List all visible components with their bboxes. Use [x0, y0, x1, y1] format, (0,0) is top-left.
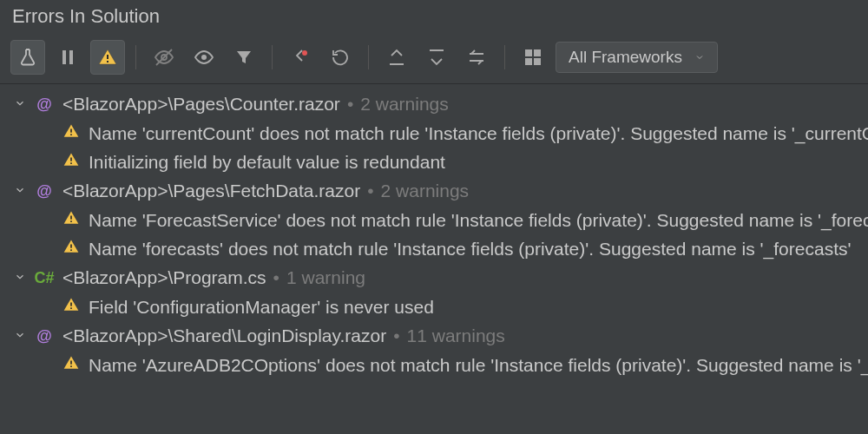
chevron-down-icon [694, 52, 705, 62]
file-path: <BlazorApp>\Program.cs [62, 267, 266, 288]
issue-row[interactable]: Name 'AzureADB2COptions' does not match … [5, 351, 868, 379]
file-path: <BlazorApp>\Shared\LoginDisplay.razor [62, 326, 386, 346]
file-row[interactable]: @ <BlazorApp>\Pages\FetchData.razor • 2 … [5, 176, 868, 206]
file-path: <BlazorApp>\Pages\Counter.razor [62, 94, 340, 115]
show-preview-button[interactable] [187, 40, 221, 75]
filter-icon [233, 47, 254, 68]
refresh-icon [330, 47, 351, 68]
file-row[interactable]: @ <BlazorApp>\Pages\Counter.razor • 2 wa… [5, 89, 868, 119]
warning-icon [97, 47, 118, 68]
warning-icon [62, 354, 80, 376]
file-summary: 1 warning [286, 267, 365, 288]
chevron-down-icon [14, 95, 26, 114]
issue-row[interactable]: Field 'ConfigurationManager' is never us… [5, 293, 868, 321]
issue-tree: @ <BlazorApp>\Pages\Counter.razor • 2 wa… [0, 84, 868, 379]
bullet: • [347, 94, 353, 115]
language-badge: @ [33, 95, 56, 114]
svg-rect-1 [69, 50, 73, 64]
pause-button[interactable] [50, 40, 85, 75]
svg-point-6 [201, 55, 207, 60]
svg-rect-0 [62, 50, 66, 64]
pause-icon [57, 47, 78, 68]
chevron-down-icon [14, 181, 26, 201]
issue-row[interactable]: Initializing field by default value is r… [5, 148, 868, 176]
language-badge: @ [33, 182, 56, 201]
svg-rect-23 [70, 365, 72, 367]
panel-title: Errors In Solution [0, 0, 868, 36]
collapse-button[interactable] [459, 40, 494, 75]
refresh-button[interactable] [323, 40, 358, 75]
collapse-all-icon [426, 47, 447, 68]
reanalyze-button[interactable] [10, 40, 45, 75]
issue-text: Name 'currentCount' does not match rule … [89, 123, 868, 144]
expand-all-icon [386, 47, 407, 68]
bullet: • [393, 326, 399, 346]
toolbar: All Frameworks [0, 36, 868, 84]
svg-point-7 [302, 50, 307, 56]
issue-row[interactable]: Name 'currentCount' does not match rule … [5, 119, 868, 148]
filter-button[interactable] [227, 40, 261, 75]
svg-rect-12 [70, 129, 72, 133]
separator [368, 45, 369, 69]
expand-all-button[interactable] [379, 40, 414, 75]
issue-text: Name 'forecasts' does not match rule 'In… [89, 239, 851, 260]
svg-rect-19 [70, 249, 72, 251]
svg-rect-22 [70, 361, 72, 365]
svg-rect-10 [525, 58, 532, 65]
previous-error-button[interactable] [283, 40, 318, 75]
issue-text: Name 'ForecastService' does not match ru… [89, 210, 868, 231]
chevron-down-icon [14, 326, 26, 345]
file-row[interactable]: @ <BlazorApp>\Shared\LoginDisplay.razor … [5, 321, 868, 351]
hide-ignored-button[interactable] [147, 40, 181, 75]
warning-icon [62, 122, 80, 144]
collapse-all-button[interactable] [419, 40, 454, 75]
language-badge: @ [33, 327, 56, 345]
warning-icon [62, 209, 80, 231]
warning-icon [62, 151, 80, 173]
file-row[interactable]: C# <BlazorApp>\Program.cs • 1 warning [5, 263, 868, 293]
separator [135, 45, 136, 69]
file-summary: 2 warnings [381, 181, 470, 201]
warning-icon [62, 296, 80, 318]
warning-icon [62, 238, 80, 260]
file-summary: 11 warnings [407, 326, 505, 346]
svg-rect-16 [70, 216, 72, 220]
svg-rect-3 [107, 61, 108, 62]
svg-rect-11 [534, 58, 541, 65]
issue-text: Initializing field by default value is r… [89, 152, 445, 173]
issue-text: Name 'AzureADB2COptions' does not match … [89, 355, 868, 376]
framework-label: All Frameworks [569, 48, 682, 67]
framework-select[interactable]: All Frameworks [556, 42, 718, 73]
svg-rect-8 [525, 49, 532, 56]
svg-rect-13 [70, 134, 72, 135]
chevron-down-icon [14, 268, 26, 287]
language-badge: C# [33, 269, 56, 287]
bullet: • [273, 267, 279, 288]
svg-rect-15 [70, 162, 72, 164]
svg-rect-2 [107, 55, 108, 59]
group-by-button[interactable] [516, 40, 550, 75]
svg-rect-18 [70, 245, 72, 248]
collapse-icon [466, 47, 487, 68]
group-icon [523, 47, 543, 68]
svg-rect-17 [70, 220, 72, 222]
separator [272, 45, 273, 69]
eye-icon [194, 47, 214, 68]
bullet: • [367, 181, 373, 201]
issue-row[interactable]: Name 'ForecastService' does not match ru… [5, 206, 868, 234]
flask-icon [17, 47, 38, 68]
separator [504, 45, 505, 69]
toggle-warnings-button[interactable] [90, 40, 125, 75]
prev-error-icon [290, 47, 311, 68]
svg-rect-21 [70, 307, 72, 309]
svg-rect-14 [70, 158, 72, 161]
svg-rect-20 [70, 303, 72, 306]
file-summary: 2 warnings [360, 94, 449, 115]
eye-off-icon [154, 47, 174, 68]
svg-rect-9 [534, 49, 541, 56]
file-path: <BlazorApp>\Pages\FetchData.razor [62, 181, 360, 201]
issue-row[interactable]: Name 'forecasts' does not match rule 'In… [5, 234, 868, 263]
issue-text: Field 'ConfigurationManager' is never us… [89, 297, 434, 318]
